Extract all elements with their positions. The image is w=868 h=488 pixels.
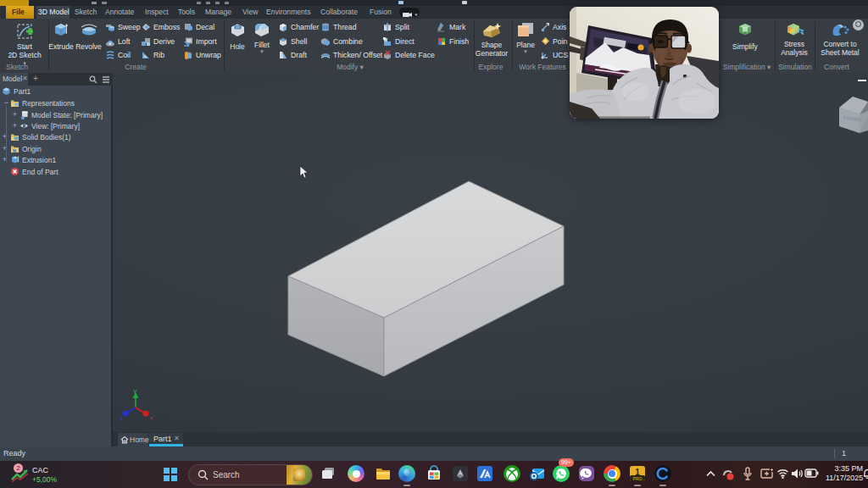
svg-text:Y: Y	[133, 389, 137, 395]
svg-text:z: z	[120, 416, 123, 421]
svg-text:PRO: PRO	[633, 476, 643, 481]
svg-text:x: x	[150, 415, 153, 420]
